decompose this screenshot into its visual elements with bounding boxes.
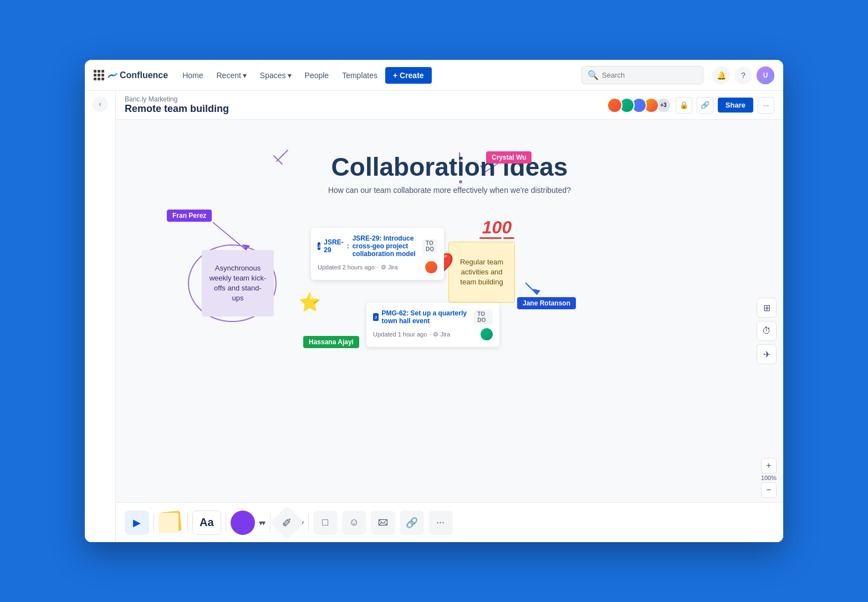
sticky-note-team-text: Regular team activities and team buildin… <box>456 257 508 288</box>
whiteboard-subtitle: How can our team collaborate more effect… <box>328 186 571 195</box>
hundred-underlines <box>479 237 514 239</box>
jira-updated-1: Updated 2 hours ago <box>318 264 375 271</box>
page-header-left: Banc.ly Marketing Remote team building <box>125 95 229 115</box>
fran-perez-label: Fran Perez <box>167 210 212 222</box>
jira-card-1[interactable]: J JSRE-29: Introduce cross-geo project c… <box>311 228 444 280</box>
jira-card-2-id: J PMG-62: Set up a quarterly town hall e… <box>373 309 474 325</box>
nav-spaces[interactable]: Spaces ▾ <box>254 68 297 83</box>
zoom-out-button[interactable]: − <box>761 482 777 498</box>
zoom-level-display: 100% <box>761 475 777 481</box>
nav-recent[interactable]: Recent ▾ <box>211 68 252 83</box>
hundred-decoration: 100 <box>479 218 514 239</box>
hassana-ajayi-label: Hassana Ajayi <box>303 336 359 348</box>
tool-separator-2 <box>187 514 188 532</box>
tool-separator-3 <box>226 514 226 532</box>
search-box[interactable]: 🔍 <box>581 66 703 84</box>
play-tool-button[interactable]: ▶ <box>125 511 149 535</box>
right-toolbar: ⊞ ⏱ ✈ <box>757 298 777 364</box>
search-icon: 🔍 <box>588 70 599 80</box>
browser-window: Confluence Home Recent ▾ Spaces ▾ People… <box>85 60 783 542</box>
zoom-in-button[interactable]: + <box>761 458 777 473</box>
sticky-note-team[interactable]: Regular team activities and team buildin… <box>448 242 515 303</box>
pointer-tool-button[interactable]: ✈ <box>757 344 777 364</box>
nav-links: Home Recent ▾ Spaces ▾ People Templates … <box>177 67 577 84</box>
link-tool-button[interactable]: 🔗 <box>400 511 424 535</box>
jira-icon-2: J <box>373 313 379 321</box>
help-button[interactable]: ? <box>734 67 752 84</box>
shape-color-picker[interactable] <box>231 511 255 535</box>
jira-icon-1: J <box>318 242 320 250</box>
svg-marker-9 <box>533 289 540 294</box>
top-navigation: Confluence Home Recent ▾ Spaces ▾ People… <box>85 60 783 91</box>
rectangle-tool-button[interactable]: □ <box>313 511 338 535</box>
nav-templates[interactable]: Templates <box>336 68 383 83</box>
create-button[interactable]: + Create <box>385 67 432 84</box>
user-avatar-initials: U <box>757 67 774 84</box>
font-tool-button[interactable]: Aa <box>192 511 221 535</box>
nav-home[interactable]: Home <box>177 68 208 83</box>
nav-icons: 🔔 ? U <box>712 67 774 84</box>
main-content: Banc.ly Marketing Remote team building +… <box>116 91 783 542</box>
confluence-logo-icon <box>108 70 118 80</box>
breadcrumb: Banc.ly Marketing <box>125 95 229 103</box>
pencil-tool-group: ✏ ▾ <box>275 511 304 535</box>
lock-button[interactable]: 🔒 <box>676 97 692 114</box>
zoom-controls: + 100% − <box>761 458 777 498</box>
jira-card-2-header: J PMG-62: Set up a quarterly town hall e… <box>373 309 493 325</box>
stamp-tool-button[interactable]: 🖂 <box>371 511 395 535</box>
tool-separator-1 <box>154 514 154 532</box>
chevron-down-icon: ▾ <box>243 71 247 80</box>
notifications-button[interactable]: 🔔 <box>712 67 730 84</box>
avatar-1 <box>607 98 622 113</box>
jira-assignee-avatar-2 <box>481 328 493 340</box>
jira-assignee-avatar-1 <box>425 261 437 273</box>
app-logo[interactable]: Confluence <box>94 70 168 80</box>
bottom-toolbar: ▶ Aa ▾ <box>116 502 783 542</box>
jira-card-1-id: J JSRE-29: Introduce cross-geo project c… <box>318 234 422 258</box>
jira-card-2-meta-left: Updated 1 hour ago · ⚙ Jira <box>373 331 450 338</box>
more-options-button[interactable]: ··· <box>758 97 774 114</box>
hundred-number: 100 <box>479 218 514 236</box>
jira-card-1-status: TO DO <box>422 239 437 253</box>
jira-updated-2: Updated 1 hour ago <box>373 331 427 338</box>
page-title: Remote team building <box>125 103 229 115</box>
jira-card-1-header: J JSRE-29: Introduce cross-geo project c… <box>318 234 437 258</box>
sticky-note-async[interactable]: Asynchronous weekly team kick-offs and s… <box>202 250 274 317</box>
jira-source-1: ⚙ Jira <box>381 264 398 271</box>
canvas-area[interactable]: Collaboration ideas How can our team col… <box>116 120 783 542</box>
svg-line-3 <box>274 156 282 164</box>
jira-card-2-meta: Updated 1 hour ago · ⚙ Jira <box>373 328 493 340</box>
whiteboard-title: Collaboration ideas <box>328 153 571 181</box>
table-tool-button[interactable]: ⊞ <box>757 298 777 318</box>
link-button[interactable]: 🔗 <box>697 97 713 114</box>
jira-card-2[interactable]: J PMG-62: Set up a quarterly town hall e… <box>366 303 499 347</box>
brand-label: Confluence <box>120 70 168 80</box>
color-card-front <box>159 513 178 533</box>
brand-name: Confluence <box>108 70 168 80</box>
svg-line-2 <box>277 150 288 161</box>
jira-card-2-status: TO DO <box>474 310 493 324</box>
whiteboard-title-section: Collaboration ideas How can our team col… <box>328 153 571 195</box>
star-decoration: ⭐ <box>299 292 321 313</box>
nav-people[interactable]: People <box>299 68 335 83</box>
sidebar: ‹ <box>85 91 116 542</box>
more-tools-button[interactable]: ··· <box>428 511 453 535</box>
timer-tool-button[interactable]: ⏱ <box>757 321 777 341</box>
jira-source-2: ⚙ Jira <box>433 331 450 338</box>
user-avatar[interactable]: U <box>757 67 774 84</box>
svg-line-8 <box>526 283 537 294</box>
sidebar-toggle-button[interactable]: ‹ <box>93 96 108 112</box>
jane-rotanson-label: Jane Rotanson <box>517 297 576 309</box>
page-header: Banc.ly Marketing Remote team building +… <box>116 91 783 120</box>
search-input[interactable] <box>602 71 697 79</box>
tool-separator-5 <box>308 514 309 532</box>
pencil-tool-button[interactable]: ✏ <box>269 505 304 539</box>
collaborators-avatars: +3 <box>607 98 671 113</box>
share-button[interactable]: Share <box>718 98 753 113</box>
jira-card-1-meta-left: Updated 2 hours ago · ⚙ Jira <box>318 264 398 271</box>
chevron-down-icon: ▾ <box>288 71 292 80</box>
crystal-wu-label: Crystal Wu <box>486 151 532 164</box>
emoji-tool-button[interactable]: ☺ <box>342 511 366 535</box>
page-header-right: +3 🔒 🔗 Share ··· <box>607 97 774 114</box>
color-picker[interactable] <box>159 511 183 535</box>
